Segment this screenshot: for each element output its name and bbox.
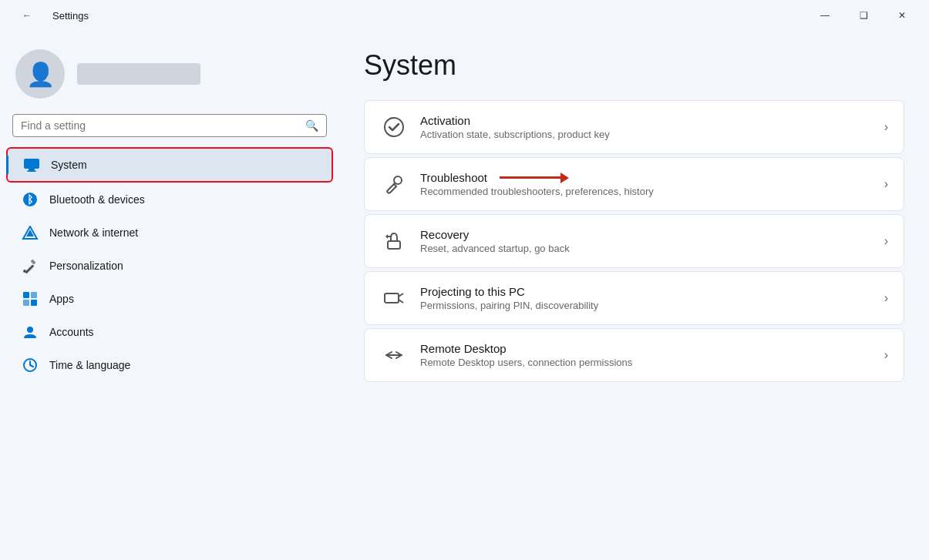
search-icon: 🔍 bbox=[305, 119, 318, 132]
settings-item-recovery[interactable]: Recovery Reset, advanced startup, go bac… bbox=[364, 214, 904, 268]
svg-point-14 bbox=[27, 327, 33, 333]
settings-item-activation[interactable]: Activation Activation state, subscriptio… bbox=[364, 100, 904, 154]
sidebar-item-network[interactable]: Network & internet bbox=[6, 216, 333, 249]
troubleshoot-icon bbox=[380, 170, 408, 198]
svg-text:ᛒ: ᛒ bbox=[27, 193, 33, 206]
projecting-desc: Permissions, pairing PIN, discoverabilit… bbox=[420, 300, 872, 311]
svg-rect-8 bbox=[30, 259, 35, 264]
sidebar-item-bluetooth[interactable]: ᛒ Bluetooth & devices bbox=[6, 183, 333, 216]
settings-list: Activation Activation state, subscriptio… bbox=[364, 100, 904, 382]
sidebar-item-accounts[interactable]: Accounts bbox=[6, 316, 333, 348]
settings-item-troubleshoot[interactable]: Troubleshoot Recommended troubleshooters… bbox=[364, 157, 904, 211]
recovery-text: Recovery Reset, advanced startup, go bac… bbox=[420, 228, 872, 254]
sidebar-item-personalization-label: Personalization bbox=[49, 260, 123, 272]
close-button[interactable]: ✕ bbox=[884, 3, 920, 28]
app-body: 👤 🔍 System bbox=[0, 31, 929, 560]
projecting-icon bbox=[380, 284, 408, 312]
troubleshoot-title: Troubleshoot bbox=[420, 171, 872, 184]
projecting-text: Projecting to this PC Permissions, pairi… bbox=[420, 285, 872, 311]
recovery-title: Recovery bbox=[420, 228, 872, 241]
sidebar-item-personalization[interactable]: Personalization bbox=[6, 250, 333, 282]
remote-desktop-icon bbox=[380, 341, 408, 369]
sidebar-item-apps-label: Apps bbox=[49, 293, 74, 305]
sidebar-item-bluetooth-label: Bluetooth & devices bbox=[49, 193, 145, 206]
svg-rect-0 bbox=[24, 159, 39, 169]
troubleshoot-text: Troubleshoot Recommended troubleshooters… bbox=[420, 171, 872, 197]
time-icon bbox=[22, 357, 39, 374]
projecting-title: Projecting to this PC bbox=[420, 285, 872, 298]
svg-rect-7 bbox=[25, 264, 34, 273]
username-bar bbox=[77, 63, 200, 85]
user-section: 👤 bbox=[0, 31, 339, 114]
svg-line-20 bbox=[394, 183, 395, 184]
recovery-chevron: › bbox=[884, 234, 888, 248]
sidebar-item-time[interactable]: Time & language bbox=[6, 349, 333, 381]
svg-rect-10 bbox=[23, 292, 29, 298]
search-box[interactable]: 🔍 bbox=[12, 114, 327, 137]
sidebar-item-accounts-label: Accounts bbox=[49, 326, 94, 338]
svg-marker-23 bbox=[385, 234, 388, 239]
accounts-icon bbox=[22, 324, 39, 340]
personalization-icon bbox=[22, 257, 39, 274]
activation-chevron: › bbox=[884, 120, 888, 134]
svg-rect-11 bbox=[31, 292, 37, 298]
content-area: System Activation Activation state, subs… bbox=[339, 31, 929, 560]
settings-item-projecting[interactable]: Projecting to this PC Permissions, pairi… bbox=[364, 271, 904, 325]
sidebar-item-apps[interactable]: Apps bbox=[6, 283, 333, 315]
activation-title: Activation bbox=[420, 114, 872, 127]
svg-rect-2 bbox=[27, 171, 36, 173]
network-icon bbox=[22, 224, 39, 241]
svg-rect-12 bbox=[23, 300, 29, 306]
search-input[interactable] bbox=[21, 119, 299, 132]
bluetooth-icon: ᛒ bbox=[22, 191, 39, 208]
sidebar-item-time-label: Time & language bbox=[49, 359, 130, 371]
page-title: System bbox=[364, 49, 904, 82]
activation-text: Activation Activation state, subscriptio… bbox=[420, 114, 872, 140]
svg-line-17 bbox=[30, 365, 33, 367]
recovery-desc: Reset, advanced startup, go back bbox=[420, 243, 872, 254]
svg-rect-13 bbox=[31, 300, 37, 306]
svg-rect-21 bbox=[388, 241, 400, 249]
sidebar-item-network-label: Network & internet bbox=[49, 226, 138, 239]
activation-desc: Activation state, subscriptions, product… bbox=[420, 129, 872, 140]
sidebar: 👤 🔍 System bbox=[0, 31, 339, 560]
remote-desktop-desc: Remote Desktop users, connection permiss… bbox=[420, 357, 872, 368]
titlebar-controls: — ❑ ✕ bbox=[807, 3, 920, 28]
titlebar-title: Settings bbox=[52, 10, 89, 22]
apps-icon bbox=[22, 290, 39, 307]
activation-icon bbox=[380, 113, 408, 141]
svg-rect-24 bbox=[385, 293, 399, 303]
minimize-button[interactable]: — bbox=[807, 3, 843, 28]
titlebar: ← Settings — ❑ ✕ bbox=[0, 0, 929, 31]
sidebar-item-system[interactable]: System bbox=[6, 147, 333, 183]
remote-desktop-title: Remote Desktop bbox=[420, 342, 872, 355]
remote-desktop-chevron: › bbox=[884, 348, 888, 362]
settings-item-remote-desktop[interactable]: Remote Desktop Remote Desktop users, con… bbox=[364, 328, 904, 382]
troubleshoot-chevron: › bbox=[884, 177, 888, 191]
troubleshoot-arrow-annotation bbox=[500, 173, 569, 183]
remote-desktop-text: Remote Desktop Remote Desktop users, con… bbox=[420, 342, 872, 368]
projecting-chevron: › bbox=[884, 291, 888, 305]
user-icon: 👤 bbox=[26, 61, 55, 88]
maximize-button[interactable]: ❑ bbox=[846, 3, 881, 28]
recovery-icon bbox=[380, 227, 408, 255]
back-button[interactable]: ← bbox=[9, 3, 45, 28]
avatar: 👤 bbox=[15, 49, 65, 99]
sidebar-item-system-label: System bbox=[51, 159, 87, 171]
titlebar-left: ← Settings bbox=[9, 3, 89, 28]
sidebar-nav: System ᛒ Bluetooth & devices bbox=[0, 146, 339, 382]
svg-point-9 bbox=[23, 270, 26, 273]
system-icon bbox=[23, 156, 40, 173]
troubleshoot-desc: Recommended troubleshooters, preferences… bbox=[420, 186, 872, 197]
svg-point-18 bbox=[385, 118, 403, 136]
